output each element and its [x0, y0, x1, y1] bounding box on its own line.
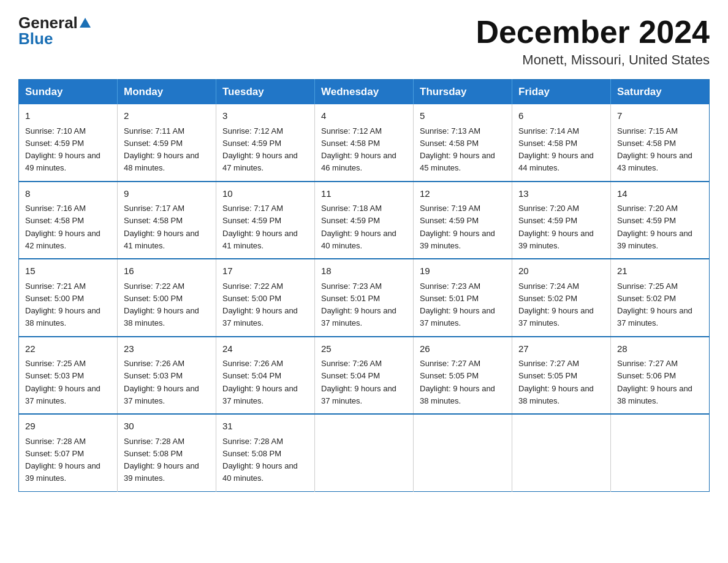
day-number: 19 — [420, 264, 506, 278]
calendar-cell: 5 Sunrise: 7:13 AMSunset: 4:58 PMDayligh… — [414, 104, 512, 182]
day-number: 8 — [25, 187, 111, 201]
calendar-cell: 25 Sunrise: 7:26 AMSunset: 5:04 PMDaylig… — [315, 337, 414, 415]
day-number: 20 — [518, 264, 604, 278]
calendar-week-row: 15 Sunrise: 7:21 AMSunset: 5:00 PMDaylig… — [19, 259, 710, 337]
logo: General Blue — [18, 15, 91, 47]
day-header-wednesday: Wednesday — [315, 80, 414, 105]
day-number: 14 — [617, 187, 703, 201]
day-info: Sunrise: 7:26 AMSunset: 5:03 PMDaylight:… — [124, 359, 199, 405]
day-info: Sunrise: 7:20 AMSunset: 4:59 PMDaylight:… — [617, 204, 692, 250]
day-number: 17 — [222, 264, 308, 278]
day-number: 5 — [420, 109, 506, 123]
calendar-cell: 7 Sunrise: 7:15 AMSunset: 4:58 PMDayligh… — [611, 104, 710, 182]
day-info: Sunrise: 7:28 AMSunset: 5:07 PMDaylight:… — [25, 437, 100, 483]
day-info: Sunrise: 7:27 AMSunset: 5:06 PMDaylight:… — [617, 359, 692, 405]
calendar-cell — [512, 414, 611, 491]
day-info: Sunrise: 7:27 AMSunset: 5:05 PMDaylight:… — [420, 359, 495, 405]
page-header: General Blue December 2024 Monett, Misso… — [18, 15, 710, 68]
day-number: 9 — [124, 187, 210, 201]
day-info: Sunrise: 7:11 AMSunset: 4:59 PMDaylight:… — [124, 126, 199, 173]
calendar-week-row: 29 Sunrise: 7:28 AMSunset: 5:07 PMDaylig… — [19, 414, 710, 491]
day-info: Sunrise: 7:10 AMSunset: 4:59 PMDaylight:… — [25, 126, 100, 173]
day-number: 3 — [222, 109, 308, 123]
day-header-monday: Monday — [118, 80, 216, 105]
day-header-thursday: Thursday — [414, 80, 512, 105]
day-info: Sunrise: 7:21 AMSunset: 5:00 PMDaylight:… — [25, 282, 100, 328]
logo-general-text: General — [18, 15, 78, 31]
day-info: Sunrise: 7:25 AMSunset: 5:03 PMDaylight:… — [25, 359, 100, 405]
calendar-cell: 20 Sunrise: 7:24 AMSunset: 5:02 PMDaylig… — [512, 259, 611, 337]
day-info: Sunrise: 7:16 AMSunset: 4:58 PMDaylight:… — [25, 204, 100, 250]
calendar-cell: 8 Sunrise: 7:16 AMSunset: 4:58 PMDayligh… — [19, 182, 118, 259]
calendar-title-block: December 2024 Monett, Missouri, United S… — [476, 15, 710, 68]
calendar-cell: 4 Sunrise: 7:12 AMSunset: 4:58 PMDayligh… — [315, 104, 414, 182]
calendar-week-row: 1 Sunrise: 7:10 AMSunset: 4:59 PMDayligh… — [19, 104, 710, 182]
day-number: 15 — [25, 264, 111, 278]
calendar-cell: 31 Sunrise: 7:28 AMSunset: 5:08 PMDaylig… — [216, 414, 315, 491]
calendar-cell: 29 Sunrise: 7:28 AMSunset: 5:07 PMDaylig… — [19, 414, 118, 491]
day-info: Sunrise: 7:28 AMSunset: 5:08 PMDaylight:… — [222, 437, 298, 483]
calendar-cell: 21 Sunrise: 7:25 AMSunset: 5:02 PMDaylig… — [611, 259, 710, 337]
calendar-cell: 17 Sunrise: 7:22 AMSunset: 5:00 PMDaylig… — [216, 259, 315, 337]
day-number: 21 — [617, 264, 703, 278]
day-info: Sunrise: 7:17 AMSunset: 4:58 PMDaylight:… — [124, 204, 199, 250]
calendar-cell: 19 Sunrise: 7:23 AMSunset: 5:01 PMDaylig… — [414, 259, 512, 337]
calendar-cell: 22 Sunrise: 7:25 AMSunset: 5:03 PMDaylig… — [19, 337, 118, 415]
day-number: 29 — [25, 419, 111, 434]
day-number: 6 — [518, 109, 604, 123]
day-number: 2 — [124, 109, 210, 123]
day-number: 26 — [420, 342, 506, 356]
day-number: 30 — [124, 419, 210, 434]
day-number: 7 — [617, 109, 703, 123]
calendar-cell: 30 Sunrise: 7:28 AMSunset: 5:08 PMDaylig… — [118, 414, 216, 491]
calendar-cell: 28 Sunrise: 7:27 AMSunset: 5:06 PMDaylig… — [611, 337, 710, 415]
day-info: Sunrise: 7:25 AMSunset: 5:02 PMDaylight:… — [617, 282, 692, 328]
calendar-cell: 9 Sunrise: 7:17 AMSunset: 4:58 PMDayligh… — [118, 182, 216, 259]
calendar-cell: 13 Sunrise: 7:20 AMSunset: 4:59 PMDaylig… — [512, 182, 611, 259]
day-header-saturday: Saturday — [611, 80, 710, 105]
calendar-cell: 26 Sunrise: 7:27 AMSunset: 5:05 PMDaylig… — [414, 337, 512, 415]
day-info: Sunrise: 7:28 AMSunset: 5:08 PMDaylight:… — [124, 437, 199, 483]
day-info: Sunrise: 7:18 AMSunset: 4:59 PMDaylight:… — [321, 204, 396, 250]
calendar-cell: 2 Sunrise: 7:11 AMSunset: 4:59 PMDayligh… — [118, 104, 216, 182]
day-info: Sunrise: 7:14 AMSunset: 4:58 PMDaylight:… — [518, 126, 594, 173]
day-info: Sunrise: 7:19 AMSunset: 4:59 PMDaylight:… — [420, 204, 495, 250]
day-info: Sunrise: 7:26 AMSunset: 5:04 PMDaylight:… — [321, 359, 396, 405]
calendar-cell: 3 Sunrise: 7:12 AMSunset: 4:59 PMDayligh… — [216, 104, 315, 182]
calendar-body: 1 Sunrise: 7:10 AMSunset: 4:59 PMDayligh… — [19, 104, 710, 491]
svg-marker-0 — [80, 18, 91, 28]
calendar-cell: 6 Sunrise: 7:14 AMSunset: 4:58 PMDayligh… — [512, 104, 611, 182]
day-number: 31 — [222, 419, 308, 434]
calendar-cell: 1 Sunrise: 7:10 AMSunset: 4:59 PMDayligh… — [19, 104, 118, 182]
calendar-week-row: 22 Sunrise: 7:25 AMSunset: 5:03 PMDaylig… — [19, 337, 710, 415]
day-info: Sunrise: 7:27 AMSunset: 5:05 PMDaylight:… — [518, 359, 594, 405]
day-number: 23 — [124, 342, 210, 356]
calendar-cell: 18 Sunrise: 7:23 AMSunset: 5:01 PMDaylig… — [315, 259, 414, 337]
day-header-tuesday: Tuesday — [216, 80, 315, 105]
day-number: 28 — [617, 342, 703, 356]
calendar-week-row: 8 Sunrise: 7:16 AMSunset: 4:58 PMDayligh… — [19, 182, 710, 259]
calendar-cell: 12 Sunrise: 7:19 AMSunset: 4:59 PMDaylig… — [414, 182, 512, 259]
day-info: Sunrise: 7:24 AMSunset: 5:02 PMDaylight:… — [518, 282, 594, 328]
day-number: 24 — [222, 342, 308, 356]
calendar-cell: 11 Sunrise: 7:18 AMSunset: 4:59 PMDaylig… — [315, 182, 414, 259]
calendar-cell: 10 Sunrise: 7:17 AMSunset: 4:59 PMDaylig… — [216, 182, 315, 259]
calendar-cell: 23 Sunrise: 7:26 AMSunset: 5:03 PMDaylig… — [118, 337, 216, 415]
day-info: Sunrise: 7:20 AMSunset: 4:59 PMDaylight:… — [518, 204, 594, 250]
day-number: 1 — [25, 109, 111, 123]
day-number: 27 — [518, 342, 604, 356]
calendar-cell: 14 Sunrise: 7:20 AMSunset: 4:59 PMDaylig… — [611, 182, 710, 259]
day-info: Sunrise: 7:12 AMSunset: 4:58 PMDaylight:… — [321, 126, 396, 173]
calendar-month-year: December 2024 — [476, 15, 710, 50]
day-number: 16 — [124, 264, 210, 278]
day-headers-row: SundayMondayTuesdayWednesdayThursdayFrid… — [19, 80, 710, 105]
day-number: 4 — [321, 109, 407, 123]
day-header-sunday: Sunday — [19, 80, 118, 105]
day-info: Sunrise: 7:12 AMSunset: 4:59 PMDaylight:… — [222, 126, 298, 173]
day-number: 11 — [321, 187, 407, 201]
calendar-cell — [315, 414, 414, 491]
day-info: Sunrise: 7:17 AMSunset: 4:59 PMDaylight:… — [222, 204, 298, 250]
day-info: Sunrise: 7:26 AMSunset: 5:04 PMDaylight:… — [222, 359, 298, 405]
day-number: 18 — [321, 264, 407, 278]
calendar-location: Monett, Missouri, United States — [476, 52, 710, 68]
